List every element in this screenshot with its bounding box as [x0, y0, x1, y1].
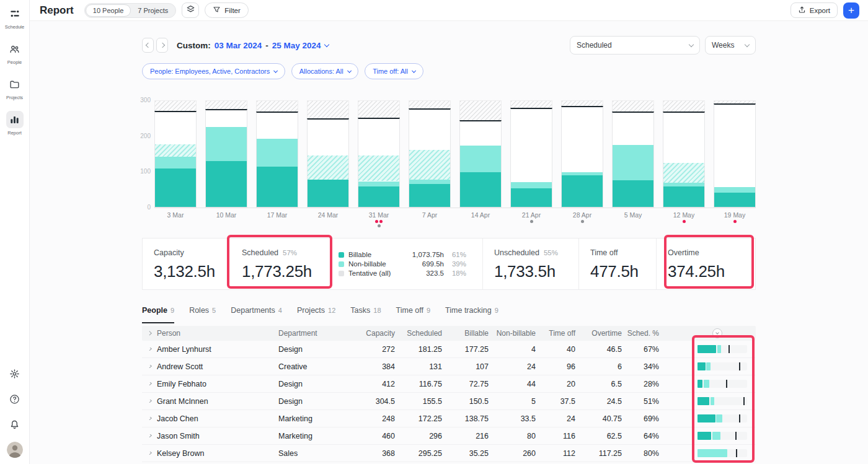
next-period-button[interactable]	[156, 38, 168, 53]
chart-bar-7-apr[interactable]	[409, 101, 451, 208]
export-button[interactable]: Export	[790, 2, 838, 18]
notifications-button[interactable]	[7, 416, 23, 432]
filter-pill-2[interactable]: Time off: All	[365, 63, 423, 79]
row-expander[interactable]	[142, 434, 157, 437]
column-header-cap[interactable]: Capacity	[348, 329, 395, 338]
spark-capacity-tick	[735, 432, 737, 440]
people-count-pill[interactable]: 10 People	[86, 4, 131, 17]
row-expander[interactable]	[142, 382, 157, 385]
chart-dot-group	[561, 220, 603, 229]
column-header-toff[interactable]: Time off	[536, 329, 575, 338]
avatar[interactable]	[7, 442, 23, 458]
row-expander[interactable]	[142, 452, 157, 455]
add-button[interactable]: +	[843, 2, 859, 19]
chart-bar-17-mar[interactable]	[256, 101, 298, 208]
chart-bar-31-mar[interactable]	[358, 101, 400, 208]
date-range-start[interactable]: 03 Mar 2024	[215, 41, 262, 50]
prev-period-button[interactable]	[142, 38, 154, 53]
filter-pills: People: Employees, Active, ContractorsAl…	[142, 63, 756, 79]
table-row[interactable]: Jason SmithMarketing4602962168011662.564…	[142, 427, 756, 445]
sidebar-item-people[interactable]: People	[5, 40, 24, 65]
tab-roles[interactable]: Roles5	[189, 306, 216, 323]
tab-time-off[interactable]: Time off9	[396, 306, 431, 323]
chart-bar-10-mar[interactable]	[205, 101, 247, 208]
projects-count-pill[interactable]: 7 Projects	[131, 5, 175, 16]
chart-bar-21-apr[interactable]	[510, 101, 552, 208]
nonbillable-segment	[714, 187, 755, 193]
cell-overtime: 117.25	[575, 449, 622, 458]
row-expander[interactable]	[142, 400, 157, 403]
table-row[interactable]: Grant McInnenDesign304.5155.5150.5537.52…	[142, 393, 756, 410]
settings-button[interactable]	[7, 366, 23, 382]
sidebar-item-report[interactable]: Report	[5, 111, 24, 136]
sidebar-item-projects[interactable]: Projects	[5, 76, 24, 100]
table-row[interactable]: Amber LynhurstDesign272181.25177.2544046…	[142, 341, 756, 358]
legend-pct: 61%	[444, 251, 466, 258]
cell-nonbillable: 33.5	[489, 414, 536, 423]
chart-bar-3-mar[interactable]	[154, 101, 197, 208]
filter-button[interactable]: Filter	[205, 2, 249, 18]
cell-scheduled: 131	[395, 362, 442, 371]
spark-capacity-tick	[739, 362, 740, 370]
table-row[interactable]: Kelsey BrownSales368295.2535.25260112117…	[142, 445, 756, 462]
tab-projects[interactable]: Projects12	[297, 306, 335, 323]
chevron-right-icon	[148, 452, 151, 455]
chart-bar-5-may[interactable]	[612, 101, 654, 208]
chart-x-label: 21 Apr	[510, 211, 552, 219]
row-expander[interactable]	[142, 348, 157, 351]
interval-select-value: Weeks	[712, 41, 734, 50]
column-header-dept[interactable]: Department	[278, 329, 348, 338]
chart-bar-19-may[interactable]	[714, 101, 756, 208]
column-header-person[interactable]: Person	[157, 329, 278, 338]
export-button-label: Export	[810, 7, 830, 14]
cell-person-name: Kelsey Brown	[157, 449, 278, 458]
chart-dot-group	[663, 220, 705, 229]
legend-pct: 18%	[444, 269, 466, 277]
column-header-nbil[interactable]: Non-billable	[489, 329, 536, 338]
date-range[interactable]: Custom: 03 Mar 2024 - 25 May 2024	[177, 41, 329, 50]
row-expander[interactable]	[142, 417, 157, 420]
column-header-bil[interactable]: Billable	[442, 329, 489, 338]
tab-departments[interactable]: Departments4	[231, 306, 282, 323]
date-range-end[interactable]: 25 May 2024	[272, 41, 321, 50]
summary-timeoff: Time off 477.5h	[578, 239, 656, 289]
column-options-button[interactable]	[712, 328, 722, 338]
table-row[interactable]: Jacob ChenMarketing248172.25138.7533.524…	[142, 410, 756, 427]
expand-all-button[interactable]	[142, 332, 157, 335]
interval-select[interactable]: Weeks	[705, 36, 756, 55]
cell-capacity: 412	[348, 380, 395, 388]
help-button[interactable]	[7, 391, 23, 407]
column-header-sch[interactable]: Scheduled	[395, 329, 442, 338]
y-axis-label: 200	[138, 133, 151, 139]
chart-bar-14-apr[interactable]	[459, 101, 502, 208]
cell-capacity: 304.5	[348, 397, 395, 406]
sidebar-item-label: Projects	[6, 95, 23, 100]
sidebar-item-schedule[interactable]: Schedule	[5, 5, 24, 30]
summary-capacity: Capacity 3,132.5h	[143, 239, 231, 289]
tab-tasks[interactable]: Tasks18	[350, 306, 381, 323]
tab-time-tracking[interactable]: Time tracking9	[445, 306, 498, 323]
chart-bar-28-apr[interactable]	[561, 101, 603, 208]
metric-select-value: Scheduled	[577, 41, 612, 50]
tab-people[interactable]: People9	[142, 306, 174, 323]
filter-pill-0[interactable]: People: Employees, Active, Contractors	[142, 63, 285, 79]
chart-bar-12-may[interactable]	[663, 101, 705, 208]
cell-department: Design	[278, 345, 348, 354]
layers-button[interactable]	[182, 2, 199, 18]
filter-pill-1[interactable]: Allocations: All	[291, 63, 358, 79]
table-row[interactable]: Andrew ScottCreative3841311072496634%	[142, 358, 756, 375]
cell-nonbillable: 260	[489, 449, 536, 458]
chart-bar-24-mar[interactable]	[307, 101, 349, 208]
table-row[interactable]: Emily FebhatoDesign412116.7572.7544206.5…	[142, 375, 756, 393]
cell-overtime: 6.5	[575, 380, 622, 388]
column-header-ot[interactable]: Overtime	[575, 329, 622, 338]
billable-segment	[358, 186, 399, 207]
cell-nonbillable: 24	[489, 362, 536, 371]
metric-select[interactable]: Scheduled	[570, 36, 700, 55]
row-expander[interactable]	[142, 365, 157, 368]
chart-x-label: 10 Mar	[205, 211, 247, 219]
column-header-pct[interactable]: Sched. %	[622, 329, 659, 338]
cell-timeoff: 37.5	[536, 397, 575, 406]
billable-segment	[663, 186, 704, 207]
alert-dot-red	[375, 220, 378, 223]
